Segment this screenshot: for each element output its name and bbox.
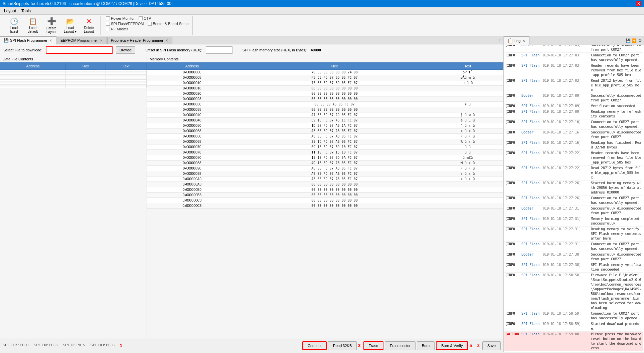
log-source: SPI Flash bbox=[521, 242, 541, 251]
table-row: 0x0000007811 10 FC 07 15 10 FC 07 ü ü bbox=[147, 150, 503, 155]
log-source: SPI Flash bbox=[521, 53, 541, 62]
log-level: [INFO bbox=[505, 130, 520, 139]
table-row: 0x00000048E9 1B FC 07 45 1C FC 07é ü E ü bbox=[147, 118, 503, 123]
log-timestamp: 019-01-18 17:27:16] bbox=[543, 140, 590, 150]
power-monitor-link[interactable]: Power Monitor bbox=[105, 16, 136, 21]
tab-prop-header[interactable]: Proprietary Header Programmer ✕ bbox=[107, 37, 172, 44]
badge-5: 5 bbox=[469, 343, 472, 348]
tab-eeprom[interactable]: EEPROM Programmer ✕ bbox=[57, 37, 107, 44]
log-message: Header records have been removed from he… bbox=[591, 63, 643, 77]
power-monitor-checkbox[interactable] bbox=[106, 16, 110, 20]
delete-layout-button[interactable]: ✕ DeleteLayout bbox=[80, 16, 98, 34]
tools-section-label bbox=[105, 33, 190, 34]
title-bar: SmartSnippets Toolbox v5.0.6.2196 - chua… bbox=[0, 0, 644, 7]
log-timestamp: 019-01-18 17:27:22] bbox=[543, 166, 590, 180]
layout-toolbar-group: 🕐 Loadlatest 📋 Loaddefault ➕ Create Layo… bbox=[3, 16, 101, 35]
log-message: Successfully disconnected from port COM2… bbox=[591, 93, 643, 103]
log-entry: [INFOSPI Flash019-01-18 17:58:59]Connect… bbox=[504, 311, 643, 321]
log-tab[interactable]: 📋 Log ✕ bbox=[504, 36, 529, 45]
log-level: [INFO bbox=[505, 322, 520, 331]
log-level: [INFO bbox=[505, 63, 520, 77]
log-source: Booter bbox=[521, 45, 541, 52]
log-timestamp: 019-01-18 17:27:31] bbox=[543, 227, 590, 241]
rf-master-link[interactable]: RF Master bbox=[105, 27, 129, 31]
log-entry: [INFOBooter019-01-18 17:27:09]Successful… bbox=[504, 93, 643, 103]
data-file-scroll[interactable]: Address Hex Text bbox=[0, 62, 147, 339]
log-tab-close[interactable]: ✕ bbox=[522, 39, 526, 43]
erase-sector-button[interactable]: Erase sector bbox=[385, 341, 416, 350]
maximize-btn[interactable]: □ bbox=[629, 1, 635, 6]
memory-scroll[interactable]: Address Hex Text 0x0000000070 50 00 00 0… bbox=[147, 62, 503, 339]
log-level: [INFO bbox=[505, 196, 520, 205]
burn-button[interactable]: Burn bbox=[417, 341, 435, 350]
minimize-btn[interactable]: ─ bbox=[623, 1, 628, 6]
table-row: 0x00000058AB 05 FC 07 AB 05 FC 07« ü « ü bbox=[147, 128, 503, 134]
log-message: Successfully disconnected from port COM2… bbox=[591, 206, 643, 216]
log-level: [INFO bbox=[505, 45, 520, 52]
badge-2: 2 bbox=[477, 343, 480, 348]
erase-button[interactable]: Erase bbox=[363, 341, 384, 350]
log-entry: [INFOSPI Flash019-01-18 17:27:31]Connect… bbox=[504, 242, 643, 252]
log-message: Please press the hardware reset button o… bbox=[591, 332, 643, 351]
read32kb-button[interactable]: Read 32KB bbox=[328, 341, 357, 350]
log-level: [INFO bbox=[505, 53, 520, 62]
tab-spi-flash-close[interactable]: ✕ bbox=[49, 39, 53, 42]
rf-master-label: RF Master bbox=[111, 27, 128, 31]
load-latest-button[interactable]: 🕐 Loadlatest bbox=[5, 16, 23, 34]
log-timestamp: 019-01-18 17:27:38] bbox=[543, 252, 590, 262]
log-message: Read 28712 bytes from file ble_app_profi… bbox=[591, 78, 643, 92]
log-icon: 📋 bbox=[507, 38, 513, 43]
log-content[interactable]: [INFOBooter019-01-18 17:26:56]Successful… bbox=[504, 45, 644, 352]
rf-master-checkbox[interactable] bbox=[106, 27, 110, 31]
memory-table-wrapper: Address Hex Text 0x0000000070 50 00 00 0… bbox=[147, 62, 503, 339]
log-source: SPI Flash bbox=[521, 140, 541, 150]
log-level: [INFO bbox=[505, 311, 520, 321]
log-timestamp: 019-01-18 17:27:09] bbox=[543, 93, 590, 103]
load-layout-button[interactable]: 📂 LoadLayout ▾ bbox=[61, 16, 79, 34]
booter-checkbox[interactable] bbox=[148, 22, 152, 26]
save-button[interactable]: Save bbox=[482, 341, 501, 350]
data-file-table-wrapper: Address Hex Text bbox=[0, 62, 147, 339]
connect-button[interactable]: Connect bbox=[302, 341, 327, 350]
burn-verify-button[interactable]: Burn & Verify bbox=[436, 341, 468, 350]
close-btn[interactable]: ✕ bbox=[636, 1, 641, 6]
size-label: SPI Flash memory size (HEX, in Bytes): bbox=[243, 48, 307, 52]
otp-checkbox[interactable] bbox=[139, 16, 143, 20]
log-message: Successfully disconnected from port COM2… bbox=[591, 252, 643, 262]
offset-input[interactable] bbox=[206, 46, 232, 54]
log-entry: [INFOSPI Flash019-01-18 17:27:10]Connect… bbox=[504, 119, 643, 130]
otp-link[interactable]: OTP bbox=[137, 16, 153, 21]
load-default-button[interactable]: 📋 Loaddefault bbox=[24, 16, 41, 34]
menu-tools[interactable]: Tools bbox=[19, 8, 33, 14]
spi-flash-link[interactable]: SPI Flash/EEPROM bbox=[105, 21, 145, 26]
log-entry: [INFOSPI Flash019-01-18 17:27:09]Verific… bbox=[504, 103, 643, 109]
tab-eeprom-close[interactable]: ✕ bbox=[99, 39, 103, 42]
window-controls[interactable]: ─ □ ✕ bbox=[623, 1, 641, 6]
menu-layout[interactable]: Layout bbox=[1, 8, 19, 14]
log-save-btn[interactable]: 💾 bbox=[625, 38, 631, 43]
table-row: 0x0000001075 05 FC 07 8D 05 FC 07u ü ü bbox=[147, 80, 503, 86]
log-source: SPI Flash bbox=[521, 217, 541, 226]
data-file-title: Data File Contents bbox=[0, 56, 147, 62]
log-message: Reading memory to refresh its contents..… bbox=[591, 109, 643, 119]
log-message: Reading has finished. Read 32768 bytes. bbox=[591, 140, 643, 150]
log-message: Connection to COM27 port has successfull… bbox=[591, 53, 643, 62]
log-timestamp: 019-01-18 17:27:03] bbox=[543, 45, 590, 52]
left-panel: 💾 SPI Flash Programmer ✕ EEPROM Programm… bbox=[0, 36, 504, 352]
tab-prop-header-close[interactable]: ✕ bbox=[165, 39, 169, 42]
log-filter-btn[interactable]: 🔽 bbox=[631, 38, 637, 43]
file-input[interactable] bbox=[46, 46, 113, 54]
log-message: Connection to COM27 port has successfull… bbox=[591, 120, 643, 129]
create-layout-button[interactable]: ➕ Create Layout bbox=[43, 16, 60, 35]
window-restore-btn[interactable]: □ bbox=[499, 38, 502, 43]
log-entry: [INFOBooter019-01-18 17:27:31]Successful… bbox=[504, 206, 643, 216]
booter-link[interactable]: Booter & Board Setup bbox=[146, 21, 190, 26]
log-settings-btn[interactable]: ⚙ bbox=[637, 38, 643, 43]
spi-do-label: SPI_DO: P0_6 bbox=[91, 343, 115, 348]
tab-spi-flash[interactable]: 💾 SPI Flash Programmer ✕ bbox=[0, 36, 56, 44]
log-tab-label: Log bbox=[514, 39, 520, 43]
spi-flash-checkbox[interactable] bbox=[106, 22, 110, 26]
browse-button[interactable]: Browse bbox=[116, 46, 136, 54]
badge-1: 1 bbox=[120, 343, 122, 348]
create-layout-icon: ➕ bbox=[47, 17, 56, 26]
